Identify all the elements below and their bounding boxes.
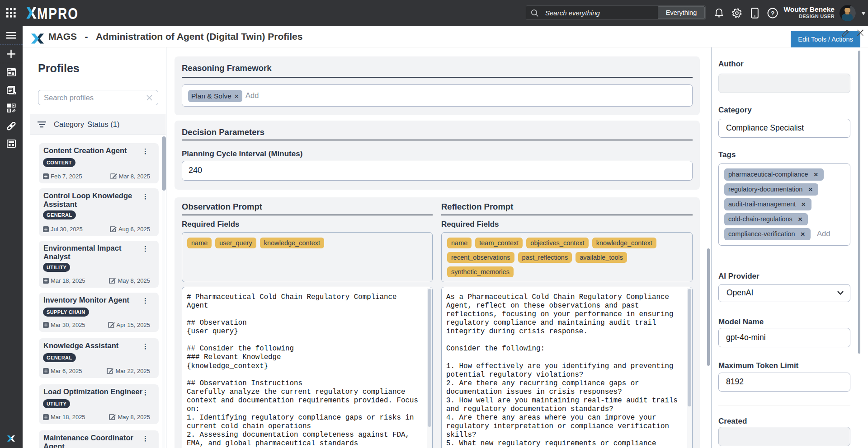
svg-text:?: ? — [771, 10, 774, 17]
